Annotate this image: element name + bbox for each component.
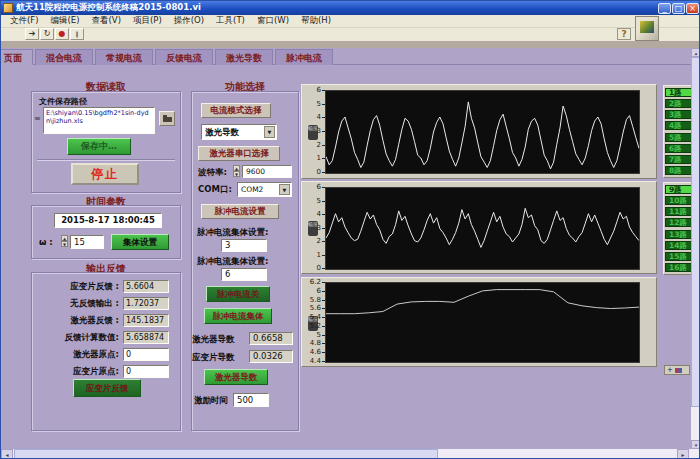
- menu-item[interactable]: 操作(O): [168, 15, 210, 27]
- excite-time-label: 激励时间: [194, 395, 228, 407]
- app-icon: [3, 3, 13, 13]
- tab-strip: 页面混合电流常规电流反馈电流激光导数脉冲电流: [0, 49, 700, 65]
- feedback-label: 应变片原点:: [73, 366, 119, 378]
- feedback-row: 应变片反馈 :5.6604: [35, 280, 175, 294]
- tab-常规电流[interactable]: 常规电流: [95, 49, 153, 65]
- menu-item[interactable]: 工具(T): [210, 15, 251, 27]
- run-icon[interactable]: ➔: [25, 28, 39, 40]
- stop-button[interactable]: 停止: [71, 163, 139, 185]
- laser-deriv-label: 激光器导数: [192, 334, 235, 346]
- y-tick-label: 5: [302, 197, 321, 205]
- scroll-left-icon[interactable]: ◂: [1, 449, 13, 459]
- folder-icon: [163, 117, 172, 122]
- feedback-value[interactable]: 0: [123, 348, 169, 361]
- feedback-row: 激光器反馈 :145.1837: [35, 314, 175, 328]
- y-tick-label: 6: [302, 287, 321, 295]
- chevron-down-icon[interactable]: ▼: [264, 126, 275, 138]
- feedback-label: 无反馈输出 :: [70, 298, 119, 310]
- strain-deriv-label: 应变片导数: [192, 352, 235, 364]
- browse-button[interactable]: [159, 111, 175, 126]
- vertical-scroll-thumb[interactable]: [691, 57, 700, 407]
- feedback-row: 反馈计算数值:5.658874: [35, 331, 175, 345]
- vertical-scrollbar[interactable]: ▴ ▾: [691, 48, 700, 449]
- graph-palette[interactable]: +: [664, 365, 690, 375]
- current-mode-value: 激光导数: [205, 127, 239, 137]
- pulse-group2-input[interactable]: 6: [221, 268, 267, 281]
- y-tick-label: 6: [302, 86, 321, 94]
- save-path-input[interactable]: E:\shiyan\0.15\bgdfh2*1sin-dydn\jizhun.x…: [43, 107, 155, 134]
- y-tick-label: 4: [302, 210, 321, 218]
- menu-item[interactable]: 查看(V): [86, 15, 127, 27]
- menu-item[interactable]: 窗口(W): [251, 15, 295, 27]
- y-tick-label: 1: [302, 251, 321, 259]
- pulse-off-button[interactable]: 脉冲电流关: [206, 286, 270, 302]
- path-format-icon[interactable]: ≡: [34, 113, 41, 125]
- strain-feedback-button[interactable]: 应变片反馈: [73, 379, 141, 397]
- pulse-collective-button[interactable]: 脉冲电流集体: [204, 308, 272, 324]
- divider: [37, 159, 175, 161]
- feedback-value[interactable]: 0: [123, 365, 169, 378]
- spin-down-icon[interactable]: ▼: [233, 171, 240, 177]
- minimize-button[interactable]: _: [658, 3, 671, 14]
- labview-logo: [635, 16, 659, 41]
- tab-反馈电流[interactable]: 反馈电流: [155, 49, 213, 65]
- horizontal-scroll-thumb[interactable]: [14, 449, 438, 459]
- omega-input[interactable]: 15: [70, 235, 104, 249]
- tab-混合电流[interactable]: 混合电流: [35, 49, 93, 65]
- pulse-setting-label: 脉冲电流设置: [201, 204, 279, 219]
- omega-spinner[interactable]: ▲ ▼: [61, 235, 68, 247]
- help-icon[interactable]: ?: [617, 28, 631, 40]
- pulse-group1-input[interactable]: 3: [221, 239, 267, 252]
- y-tick-label: 0: [302, 168, 321, 176]
- baud-label: 波特率:: [198, 167, 227, 179]
- y-tick-label: 4.8: [302, 339, 321, 347]
- omega-label: ω :: [39, 237, 53, 247]
- scroll-right-icon[interactable]: ▸: [677, 449, 689, 459]
- y-tick-label: 6: [302, 183, 321, 191]
- tab-脉冲电流[interactable]: 脉冲电流: [275, 49, 333, 65]
- baud-input[interactable]: 9600: [242, 165, 292, 178]
- abort-icon[interactable]: ●: [55, 28, 69, 40]
- tab-页面[interactable]: 页面: [0, 49, 33, 65]
- com-dropdown[interactable]: COM2 ▼: [237, 182, 292, 197]
- baud-spinner[interactable]: ▲ ▼: [233, 165, 240, 177]
- chevron-down-icon[interactable]: ▼: [279, 184, 290, 195]
- menu-item[interactable]: 帮助(H): [295, 15, 337, 27]
- current-mode-label: 电流模式选择: [201, 103, 271, 118]
- tab-激光导数[interactable]: 激光导数: [215, 49, 273, 65]
- y-tick-label: 2: [302, 237, 321, 245]
- y-tick-label: 3: [302, 224, 321, 232]
- menu-item[interactable]: 编辑(E): [45, 15, 86, 27]
- feedback-value: 5.6604: [123, 280, 169, 293]
- y-tick-label: 4: [302, 113, 321, 121]
- com-value: COM2: [241, 185, 263, 194]
- menu-item[interactable]: 项目(P): [127, 15, 168, 27]
- y-tick-label: 0: [302, 264, 321, 272]
- pulse-group2-label: 脉冲电流集体设置:: [197, 256, 268, 268]
- close-button[interactable]: ×: [686, 3, 699, 14]
- feedback-label: 应变片反馈 :: [70, 281, 119, 293]
- datetime-field[interactable]: 2015-8-17 18:00:45: [54, 213, 162, 228]
- current-mode-dropdown[interactable]: 激光导数 ▼: [201, 124, 277, 140]
- run-continuous-icon[interactable]: ↻: [40, 28, 54, 40]
- y-tick-label: 2: [302, 141, 321, 149]
- plus-icon[interactable]: +: [667, 366, 673, 374]
- excite-time-input[interactable]: 500: [233, 393, 269, 407]
- scroll-down-icon[interactable]: ▾: [691, 440, 700, 449]
- horizontal-scrollbar[interactable]: ◂ ▸: [1, 449, 700, 459]
- feedback-row: 无反馈输出 :1.72037: [35, 297, 175, 311]
- laser-deriv-button[interactable]: 激光器导数: [204, 369, 268, 385]
- y-tick-label: 3: [302, 127, 321, 135]
- saving-button[interactable]: 保存中…: [67, 138, 131, 155]
- collective-set-button[interactable]: 集体设置: [111, 234, 169, 250]
- feedback-row: 激光器原点:0: [35, 348, 175, 362]
- y-tick-label: 4.4: [302, 357, 321, 365]
- pause-icon[interactable]: ‖: [70, 28, 84, 40]
- scroll-up-icon[interactable]: ▴: [691, 48, 700, 57]
- y-tick-label: 5.4: [302, 313, 321, 321]
- menu-bar: 文件(F)编辑(E)查看(V)项目(P)操作(O)工具(T)窗口(W)帮助(H): [1, 15, 700, 28]
- graph-2: 幅值 0123456: [301, 181, 657, 274]
- menu-item[interactable]: 文件(F): [4, 15, 45, 27]
- restore-button[interactable]: □: [672, 3, 685, 14]
- spin-down-icon[interactable]: ▼: [61, 241, 68, 247]
